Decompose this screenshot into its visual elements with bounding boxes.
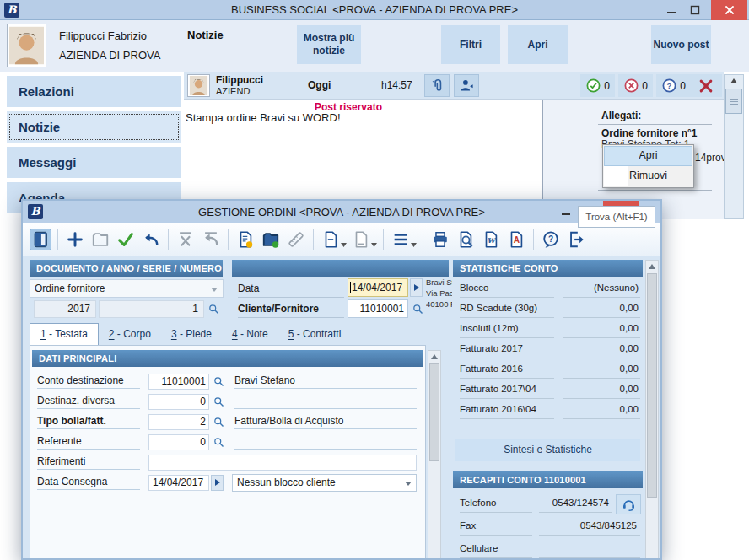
lookup-button[interactable]: [211, 414, 226, 429]
scroll-up-arrow[interactable]: [428, 351, 440, 362]
reject-badge[interactable]: 0: [618, 74, 653, 97]
search-icon: [207, 303, 220, 315]
stat-value: 0,00: [563, 343, 640, 358]
field-value[interactable]: 0: [148, 394, 209, 410]
reject-count: 0: [642, 80, 648, 92]
client-lookup-button[interactable]: [410, 301, 425, 316]
block-select[interactable]: Nessun blocco cliente: [232, 474, 417, 492]
date-field[interactable]: 14/04/2017: [348, 278, 408, 297]
export-word-icon: w: [482, 230, 500, 249]
form-row-destinaz-diversa: Destinaz. diversa0: [30, 391, 423, 412]
tab-corpo[interactable]: 2 - Corpo: [99, 324, 161, 345]
menu-item-rimuovi[interactable]: Rimuovi: [604, 166, 692, 186]
minimize-button[interactable]: [660, 0, 683, 20]
stats-summary-button[interactable]: Sintesi e Statistiche: [455, 439, 640, 461]
scrollbar-thumb[interactable]: [725, 89, 742, 114]
new-post-button[interactable]: Nuovo post: [651, 25, 711, 64]
post-avatar: [187, 74, 210, 97]
tab-testata[interactable]: 1 - Testata: [30, 323, 99, 345]
menu-item-apri[interactable]: Apri: [604, 146, 692, 166]
tab-contratti[interactable]: 5 - Contratti: [278, 324, 352, 345]
chevron-down-icon: [405, 482, 412, 486]
toolbar-separator: [168, 229, 169, 250]
tab-strip: 1 - Testata2 - Corpo3 - Piede4 - Note5 -…: [30, 324, 351, 345]
list-menu-button[interactable]: [390, 229, 412, 250]
window-scrollbar[interactable]: [645, 260, 659, 560]
confirm-button[interactable]: [115, 229, 137, 250]
year-field[interactable]: 2017: [34, 300, 96, 318]
scroll-up-arrow[interactable]: [646, 261, 658, 272]
document-type-value: Ordine fornitore: [35, 283, 105, 294]
help-button[interactable]: ?: [540, 229, 562, 250]
date-next-button[interactable]: [211, 475, 224, 491]
measure-button[interactable]: [285, 229, 307, 250]
copy-document-button[interactable]: [234, 229, 256, 250]
card-view-button[interactable]: [30, 229, 51, 250]
number-lookup-button[interactable]: [206, 301, 221, 316]
form-scrollbar[interactable]: [428, 350, 441, 560]
stat-label: Fatturato 2017: [460, 343, 554, 358]
export-pdf-button[interactable]: A: [505, 229, 527, 250]
sidebar-item-relazioni[interactable]: Relazioni: [7, 76, 181, 107]
find-input[interactable]: [578, 206, 655, 228]
open-button[interactable]: [89, 229, 111, 250]
social-header: Filippucci Fabrizio AZIENDA DI PROVA Not…: [0, 20, 749, 72]
client-info-line: Bravi Ste: [426, 277, 452, 288]
export-word-button[interactable]: w: [480, 229, 502, 250]
lookup-button[interactable]: [211, 394, 226, 409]
undo-button[interactable]: [140, 229, 162, 250]
field-value[interactable]: [148, 455, 417, 471]
contact-row-telefono: Telefono0543/124574: [453, 493, 643, 516]
search-icon: [213, 436, 225, 449]
restore-row-button[interactable]: [200, 229, 222, 250]
person-icon: [459, 78, 475, 94]
export-document-button[interactable]: [320, 229, 342, 250]
exit-button[interactable]: [565, 229, 587, 250]
client-field[interactable]: 11010001: [348, 299, 408, 318]
close-button[interactable]: [711, 0, 747, 20]
document-type-select[interactable]: Ordine fornitore: [30, 279, 224, 298]
show-more-news-button[interactable]: Mostra più notizie: [297, 25, 361, 64]
field-value[interactable]: 2: [148, 414, 209, 430]
date-next-button[interactable]: [410, 278, 423, 297]
number-field[interactable]: 1: [99, 300, 204, 318]
lookup-button[interactable]: [211, 434, 226, 450]
lookup-button[interactable]: [211, 374, 226, 389]
field-label: Referente: [37, 435, 140, 450]
question-badge[interactable]: ?0: [656, 74, 691, 97]
sidebar-item-notizie[interactable]: Notizie: [7, 111, 181, 143]
minimize-button[interactable]: [554, 201, 578, 223]
delete-row-button[interactable]: [175, 229, 197, 250]
field-value[interactable]: 11010001: [148, 374, 209, 390]
open-button[interactable]: Apri: [508, 25, 568, 64]
approve-badge[interactable]: 0: [580, 74, 615, 97]
field-label: Riferimenti: [37, 455, 140, 470]
recipients-button[interactable]: [454, 74, 479, 97]
print-preview-button[interactable]: [455, 229, 477, 250]
attachment-title[interactable]: Ordine fornitore n°1: [601, 127, 697, 139]
contact-value[interactable]: [539, 543, 640, 558]
sidebar-item-messaggi[interactable]: Messaggi: [7, 147, 181, 178]
field-value[interactable]: 0: [148, 434, 209, 450]
print-button[interactable]: [429, 229, 451, 250]
attachment-button[interactable]: [424, 74, 450, 97]
scroll-up-arrow[interactable]: [725, 75, 743, 87]
delete-post-button[interactable]: [690, 74, 722, 97]
delete-x-icon: [698, 78, 714, 94]
new-button[interactable]: [64, 229, 86, 250]
stat-row: Insoluti (12m)0,00: [453, 320, 643, 341]
contact-value[interactable]: 0543/845125: [539, 520, 640, 536]
tab-note[interactable]: 4 - Note: [222, 324, 278, 345]
tab-piede[interactable]: 3 - Piede: [161, 324, 222, 345]
new-document-button[interactable]: [350, 229, 372, 250]
scrollbar-thumb[interactable]: [429, 363, 439, 461]
maximize-button[interactable]: [683, 0, 707, 20]
filters-button[interactable]: Filtri: [441, 25, 500, 64]
orders-titlebar: B GESTIONE ORDINI <PROVA - AZIENDA DI PR…: [23, 201, 660, 223]
call-button[interactable]: [616, 494, 641, 514]
load-document-button[interactable]: [260, 229, 282, 250]
scrollbar-thumb[interactable]: [647, 273, 657, 498]
contact-value[interactable]: 0543/124574: [539, 498, 612, 513]
field-value[interactable]: 14/04/2017: [148, 475, 209, 491]
social-scrollbar[interactable]: [724, 74, 744, 219]
